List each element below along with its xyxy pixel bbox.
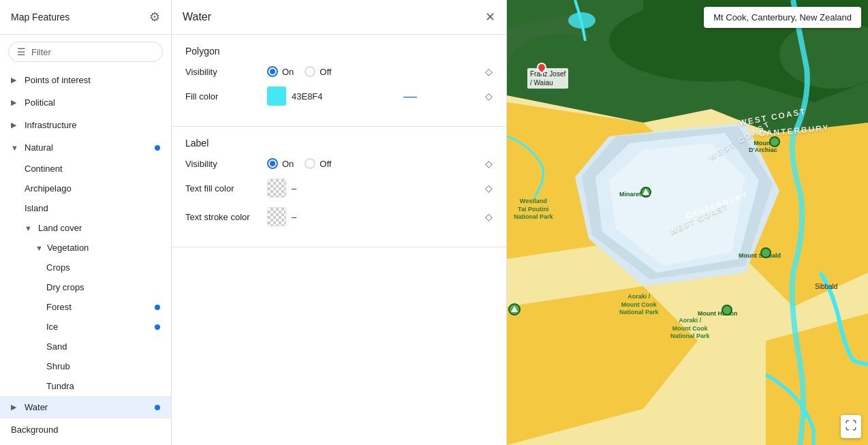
label-radio-off-circle[interactable]	[305, 158, 315, 169]
text-fill-row: Text fill color – ◇	[185, 179, 493, 198]
sidebar-item-points-of-interest[interactable]: ▶ Points of interest	[0, 69, 171, 91]
modified-dot	[155, 145, 160, 151]
color-picker: 43E8F4 — ◇	[267, 87, 493, 106]
label-visibility-radio-group: On Off	[267, 158, 485, 169]
label-radio-on[interactable]: On	[267, 158, 294, 169]
sidebar-item-label: Water	[25, 402, 48, 412]
color-hex-input[interactable]: 43E8F4	[286, 91, 341, 102]
chevron-right-icon: ▶	[11, 76, 20, 85]
sidebar-item-label: Background	[11, 425, 58, 435]
fullscreen-button[interactable]	[841, 415, 861, 438]
diamond-icon[interactable]: ◇	[485, 158, 493, 169]
sidebar-item-natural[interactable]: ▼ Natural	[0, 136, 171, 159]
polygon-section-title: Polygon	[185, 46, 493, 57]
filter-bar[interactable]: ☰ Filter	[8, 42, 163, 62]
sidebar-item-label: Land cover	[38, 223, 82, 233]
panel-title: Water	[183, 11, 211, 23]
sidebar-header: Map Features ⚙	[0, 0, 171, 35]
label-section-title: Label	[185, 138, 493, 149]
sidebar-item-label: Island	[25, 203, 48, 213]
search-value: Mt Cook, Canterbury, New Zealand	[713, 12, 852, 22]
sidebar-item-tundra[interactable]: Tundra	[0, 376, 171, 396]
fill-color-label: Fill color	[185, 91, 267, 102]
modified-dot	[155, 305, 160, 310]
label-radio-off-label: Off	[320, 159, 331, 169]
text-stroke-label: Text stroke color	[185, 212, 267, 222]
search-bar: Mt Cook, Canterbury, New Zealand	[704, 7, 861, 28]
chevron-right-icon: ▶	[11, 403, 20, 412]
svg-point-16	[568, 12, 595, 29]
text-fill-swatch[interactable]	[267, 179, 286, 198]
chevron-down-icon: ▼	[11, 144, 20, 152]
sidebar-item-label: Ice	[46, 322, 58, 332]
minus-icon[interactable]: —	[403, 89, 417, 104]
text-fill-value: –	[286, 183, 296, 194]
sidebar-item-sand[interactable]: Sand	[0, 337, 171, 356]
sidebar-item-forest[interactable]: Forest	[0, 297, 171, 317]
sidebar-item-label: Vegetation	[47, 243, 89, 253]
radio-on-circle[interactable]	[267, 66, 278, 77]
svg-point-5	[507, 34, 616, 102]
sidebar-item-archipelago[interactable]: Archipelago	[0, 179, 171, 198]
sidebar-item-label: Political	[25, 97, 55, 108]
visibility-label: Visibility	[185, 67, 267, 77]
radio-off-circle[interactable]	[305, 66, 315, 77]
sidebar-item-background[interactable]: Background	[0, 418, 171, 441]
radio-on[interactable]: On	[267, 66, 294, 77]
feature-panel: Water ✕ Polygon Visibility On Off ◇ Fill…	[172, 0, 507, 445]
diamond-icon[interactable]: ◇	[485, 66, 493, 77]
radio-off[interactable]: Off	[305, 66, 331, 77]
color-swatch[interactable]	[267, 87, 286, 106]
filter-label: Filter	[31, 47, 51, 57]
fill-color-row: Fill color 43E8F4 — ◇	[185, 87, 493, 106]
sidebar-item-infrastructure[interactable]: ▶ Infrastructure	[0, 114, 171, 136]
map-svg: WEST COAST	[507, 0, 868, 445]
sidebar: Map Features ⚙ ☰ Filter ▶ Points of inte…	[0, 0, 172, 445]
sidebar-item-shrub[interactable]: Shrub	[0, 356, 171, 376]
sidebar-item-label: Continent	[25, 164, 63, 174]
text-fill-label: Text fill color	[185, 183, 267, 194]
sidebar-item-label: Sand	[46, 341, 67, 352]
sidebar-item-label: Natural	[25, 142, 53, 153]
polygon-section: Polygon Visibility On Off ◇ Fill color	[172, 35, 506, 127]
label-radio-on-circle[interactable]	[267, 158, 278, 169]
label-radio-off[interactable]: Off	[305, 158, 331, 169]
sidebar-item-land-cover[interactable]: ▼ Land cover	[0, 218, 171, 238]
label-section: Label Visibility On Off ◇ Text fill colo…	[172, 127, 506, 247]
sidebar-item-political[interactable]: ▶ Political	[0, 91, 171, 114]
label-radio-on-label: On	[282, 159, 294, 169]
sidebar-item-island[interactable]: Island	[0, 198, 171, 218]
modified-dot	[155, 405, 160, 410]
panel-header: Water ✕	[172, 0, 506, 35]
text-stroke-row: Text stroke color – ◇	[185, 207, 493, 226]
diamond-icon[interactable]: ◇	[485, 211, 493, 222]
sidebar-item-label: Shrub	[46, 361, 70, 371]
chevron-right-icon: ▶	[11, 98, 20, 107]
sidebar-item-ice[interactable]: Ice	[0, 317, 171, 337]
radio-on-label: On	[282, 67, 294, 77]
text-stroke-value: –	[286, 212, 296, 222]
sidebar-item-label: Archipelago	[25, 183, 72, 194]
close-button[interactable]: ✕	[485, 10, 495, 25]
radio-off-label: Off	[320, 67, 331, 77]
sidebar-item-label: Tundra	[46, 381, 74, 391]
diamond-icon[interactable]: ◇	[485, 183, 493, 194]
visibility-row: Visibility On Off ◇	[185, 66, 493, 77]
sidebar-item-continent[interactable]: Continent	[0, 159, 171, 179]
chevron-down-icon: ▼	[25, 224, 34, 232]
sidebar-item-label: Dry crops	[46, 282, 84, 292]
modified-dot	[155, 324, 160, 330]
sidebar-title: Map Features	[11, 12, 69, 22]
sidebar-item-crops[interactable]: Crops	[0, 258, 171, 277]
gear-icon[interactable]: ⚙	[149, 10, 160, 25]
sidebar-item-water[interactable]: ▶ Water	[0, 396, 171, 418]
sidebar-item-vegetation[interactable]: ▼ Vegetation	[0, 238, 171, 258]
sidebar-item-label: Infrastructure	[25, 120, 77, 130]
label-visibility-row: Visibility On Off ◇	[185, 158, 493, 169]
chevron-right-icon: ▶	[11, 121, 20, 129]
filter-icon: ☰	[17, 46, 26, 57]
text-stroke-swatch[interactable]	[267, 207, 286, 226]
diamond-icon[interactable]: ◇	[485, 91, 493, 102]
label-visibility-label: Visibility	[185, 159, 267, 169]
sidebar-item-dry-crops[interactable]: Dry crops	[0, 277, 171, 297]
